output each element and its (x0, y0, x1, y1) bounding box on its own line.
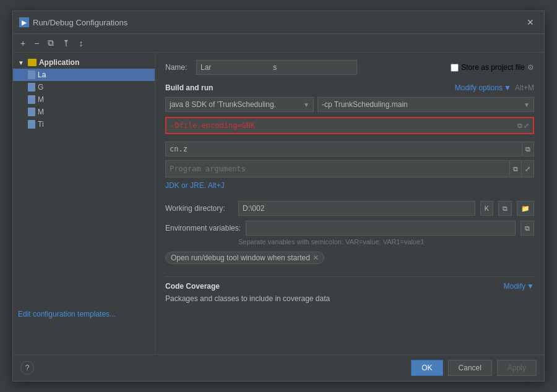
env-vars-hint: Separate variables with semicolon: VAR=v… (238, 238, 534, 245)
footer-buttons: OK Cancel Apply (411, 360, 537, 376)
program-args-expand-btn[interactable]: ⤢ (522, 160, 534, 177)
vm-options-copy-icon[interactable]: ⧉ (517, 122, 522, 130)
main-class-value: cn.z (170, 145, 188, 153)
main-panel: Name: Store as project file ⚙ Build and … (155, 53, 544, 354)
program-args-row: ⧉ ⤢ (165, 160, 534, 177)
sdk-select[interactable]: java 8 SDK of 'TrunkScheduling. ▼ (165, 97, 314, 112)
sdk-value: java 8 SDK of 'TrunkScheduling. (170, 100, 276, 109)
file-icon (28, 70, 35, 79)
sidebar-item-ti[interactable]: Ti (13, 118, 155, 130)
sidebar-item-application[interactable]: ▼ Application (13, 56, 155, 69)
vm-options-row: -Dfile.encoding=GBK ⧉ ⤢ (165, 117, 534, 138)
store-as-project-row: Store as project file ⚙ (451, 63, 534, 72)
sidebar: ▼ Application La G M M (13, 53, 155, 354)
env-vars-row: Environment variables: ⧉ (165, 221, 534, 236)
env-vars-input[interactable] (246, 221, 516, 236)
sidebar-item-g[interactable]: G (13, 81, 155, 93)
open-tool-window-label: Open run/debug tool window when started (171, 254, 310, 262)
modify-options-arrow: ▼ (504, 83, 511, 92)
sidebar-item-label: Ti (38, 120, 44, 129)
run-debug-dialog: ▶ Run/Debug Configurations ✕ + − ⧉ ⤒ ↕ ▼… (12, 11, 545, 381)
sidebar-item-label: M (38, 108, 44, 116)
sidebar-item-m1[interactable]: M (13, 93, 155, 106)
copy-config-button[interactable]: ⧉ (45, 36, 56, 49)
sidebar-item-label: M (38, 95, 44, 104)
build-run-header: Build and run Modify options ▼ Alt+M (165, 83, 534, 92)
file-icon (28, 108, 35, 116)
main-class-copy-btn[interactable]: ⧉ (522, 142, 534, 156)
sidebar-item-label: La (38, 70, 46, 79)
name-input[interactable] (196, 60, 357, 75)
content-area: ▼ Application La G M M (13, 53, 544, 354)
modify-options-shortcut: Alt+M (515, 83, 534, 92)
chip-close-button[interactable]: ✕ (313, 254, 319, 262)
cp-dropdown-arrow: ▼ (524, 101, 530, 108)
cancel-button[interactable]: Cancel (448, 360, 492, 376)
working-directory-row: Working directory: K ⧉ 📁 (165, 201, 534, 216)
program-args-copy-btn[interactable]: ⧉ (510, 160, 522, 177)
modify-label: Modify (504, 282, 525, 291)
file-icon (28, 95, 35, 104)
file-icon (28, 120, 35, 129)
help-button[interactable]: ? (20, 361, 34, 375)
code-coverage-row: Code Coverage Modify ▼ (165, 282, 534, 291)
close-button[interactable]: ✕ (523, 16, 538, 28)
move-up-button[interactable]: ⤒ (60, 37, 72, 49)
working-dir-input[interactable] (238, 201, 475, 216)
env-vars-label: Environment variables: (165, 224, 241, 232)
packages-text: Packages and classes to include in cover… (165, 294, 330, 303)
packages-label: Packages and classes to include in cover… (165, 294, 534, 303)
sidebar-item-label: Application (39, 58, 79, 67)
divider (165, 276, 534, 277)
name-row: Name: Store as project file ⚙ (165, 60, 534, 75)
sidebar-item-label: G (38, 83, 43, 92)
store-as-project-label: Store as project file (461, 63, 525, 72)
sidebar-item-la[interactable]: La (13, 69, 155, 81)
vm-options-field[interactable]: -Dfile.encoding=GBK ⧉ ⤢ (165, 117, 534, 134)
cp-select[interactable]: -cp TrunkScheduling.main ▼ (317, 97, 534, 112)
modify-arrow: ▼ (527, 282, 534, 291)
sdk-dropdown-arrow: ▼ (303, 101, 309, 108)
name-label: Name: (165, 63, 191, 72)
ok-button[interactable]: OK (411, 360, 443, 376)
vm-options-value: -Dfile.encoding=GBK (170, 121, 255, 130)
sidebar-section: ▼ Application La G M M (13, 55, 155, 132)
working-dir-browse-btn[interactable]: ⧉ (498, 201, 512, 216)
dialog-title: Run/Debug Configurations (33, 18, 127, 27)
edit-templates-link[interactable]: Edit configuration templates... (18, 310, 116, 318)
apply-button[interactable]: Apply (497, 360, 537, 376)
store-as-project-checkbox[interactable] (451, 64, 459, 72)
modify-options-button[interactable]: Modify options ▼ Alt+M (455, 83, 534, 92)
expand-arrow: ▼ (18, 59, 24, 66)
sort-button[interactable]: ↕ (76, 37, 85, 49)
file-icon (28, 83, 35, 92)
remove-config-button[interactable]: − (32, 37, 41, 49)
working-dir-folder-btn[interactable]: 📁 (517, 201, 534, 216)
vm-options-expand-icon[interactable]: ⤢ (524, 122, 529, 130)
main-class-input[interactable]: cn.z (165, 142, 522, 156)
working-dir-macro-btn[interactable]: K (480, 201, 493, 216)
title-bar-left: ▶ Run/Debug Configurations (19, 17, 127, 27)
open-tool-window-chip: Open run/debug tool window when started … (165, 252, 324, 264)
working-dir-label: Working directory: (165, 204, 233, 213)
code-coverage-title: Code Coverage (165, 282, 220, 291)
sidebar-item-m2[interactable]: M (13, 106, 155, 118)
folder-icon (28, 59, 37, 66)
footer: ? OK Cancel Apply (13, 354, 544, 381)
program-args-input[interactable] (165, 160, 510, 177)
title-bar: ▶ Run/Debug Configurations ✕ (13, 11, 544, 34)
modify-button[interactable]: Modify ▼ (504, 282, 534, 291)
settings-icon[interactable]: ⚙ (527, 63, 534, 72)
sdk-row: java 8 SDK of 'TrunkScheduling. ▼ -cp Tr… (165, 97, 534, 112)
jdk-jre-link[interactable]: JDK or JRE. Alt+J (165, 181, 225, 190)
modify-options-label: Modify options (455, 83, 503, 92)
dialog-icon: ▶ (19, 17, 29, 27)
add-config-button[interactable]: + (18, 37, 28, 49)
env-vars-browse-btn[interactable]: ⧉ (520, 221, 534, 236)
toolbar: + − ⧉ ⤒ ↕ (13, 34, 544, 53)
cp-value: -cp TrunkScheduling.main (322, 100, 408, 109)
main-class-row: cn.z ⧉ (165, 142, 534, 156)
build-run-title: Build and run (165, 83, 213, 92)
